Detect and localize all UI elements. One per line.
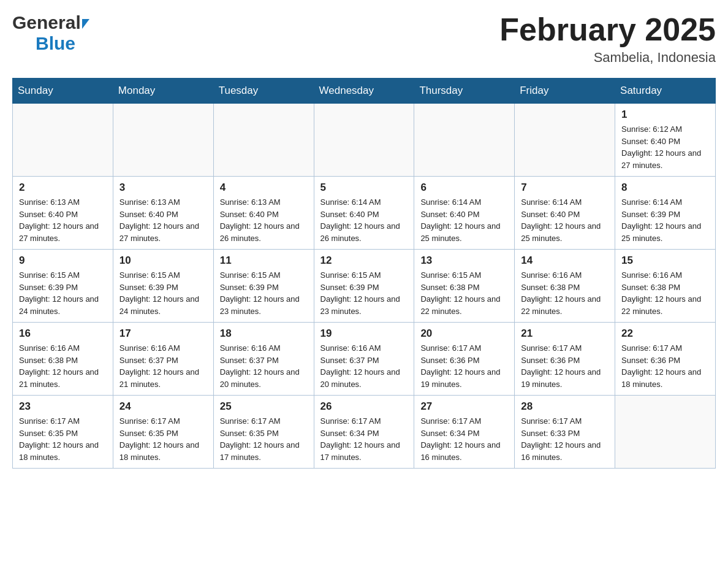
logo-chevron-icon	[82, 19, 89, 29]
week-row: 23Sunrise: 6:17 AM Sunset: 6:35 PM Dayli…	[13, 396, 716, 469]
logo-general-text: General	[12, 12, 81, 33]
table-row: 28Sunrise: 6:17 AM Sunset: 6:33 PM Dayli…	[515, 396, 615, 469]
day-info: Sunrise: 6:16 AM Sunset: 6:37 PM Dayligh…	[119, 342, 207, 390]
day-info: Sunrise: 6:15 AM Sunset: 6:39 PM Dayligh…	[119, 269, 207, 317]
day-number: 7	[521, 182, 609, 194]
table-row: 1Sunrise: 6:12 AM Sunset: 6:40 PM Daylig…	[615, 104, 716, 177]
logo-blue-text: Blue	[36, 33, 75, 53]
table-row: 19Sunrise: 6:16 AM Sunset: 6:37 PM Dayli…	[314, 323, 414, 396]
header-tuesday: Tuesday	[213, 79, 314, 104]
day-number: 28	[521, 400, 609, 413]
day-info: Sunrise: 6:17 AM Sunset: 6:36 PM Dayligh…	[521, 342, 609, 390]
title-area: February 2025 Sambelia, Indonesia	[499, 12, 716, 66]
day-info: Sunrise: 6:14 AM Sunset: 6:40 PM Dayligh…	[420, 196, 508, 244]
table-row: 20Sunrise: 6:17 AM Sunset: 6:36 PM Dayli…	[414, 323, 515, 396]
day-number: 14	[521, 255, 609, 267]
day-info: Sunrise: 6:14 AM Sunset: 6:40 PM Dayligh…	[521, 196, 609, 244]
day-number: 10	[119, 255, 207, 267]
day-number: 6	[420, 182, 508, 194]
table-row: 26Sunrise: 6:17 AM Sunset: 6:34 PM Dayli…	[314, 396, 414, 469]
day-number: 20	[420, 327, 508, 340]
day-info: Sunrise: 6:17 AM Sunset: 6:35 PM Dayligh…	[119, 415, 207, 463]
table-row: 17Sunrise: 6:16 AM Sunset: 6:37 PM Dayli…	[113, 323, 213, 396]
calendar-table: Sunday Monday Tuesday Wednesday Thursday…	[12, 78, 716, 469]
table-row: 11Sunrise: 6:15 AM Sunset: 6:39 PM Dayli…	[213, 250, 314, 323]
day-info: Sunrise: 6:17 AM Sunset: 6:33 PM Dayligh…	[521, 415, 609, 463]
table-row: 13Sunrise: 6:15 AM Sunset: 6:38 PM Dayli…	[414, 250, 515, 323]
week-row: 1Sunrise: 6:12 AM Sunset: 6:40 PM Daylig…	[13, 104, 716, 177]
header-sunday: Sunday	[13, 79, 113, 104]
day-info: Sunrise: 6:16 AM Sunset: 6:37 PM Dayligh…	[320, 342, 408, 390]
day-number: 13	[420, 255, 508, 267]
header-monday: Monday	[113, 79, 213, 104]
table-row: 14Sunrise: 6:16 AM Sunset: 6:38 PM Dayli…	[515, 250, 615, 323]
page-header: General Blue February 2025 Sambelia, Ind…	[12, 12, 716, 66]
calendar-header-row: Sunday Monday Tuesday Wednesday Thursday…	[13, 79, 716, 104]
day-number: 26	[320, 400, 408, 413]
table-row: 16Sunrise: 6:16 AM Sunset: 6:38 PM Dayli…	[13, 323, 113, 396]
table-row: 18Sunrise: 6:16 AM Sunset: 6:37 PM Dayli…	[213, 323, 314, 396]
day-info: Sunrise: 6:17 AM Sunset: 6:34 PM Dayligh…	[420, 415, 508, 463]
day-info: Sunrise: 6:12 AM Sunset: 6:40 PM Dayligh…	[621, 123, 709, 171]
day-number: 3	[119, 182, 207, 194]
logo: General Blue	[12, 12, 89, 54]
day-info: Sunrise: 6:13 AM Sunset: 6:40 PM Dayligh…	[220, 196, 308, 244]
day-number: 12	[320, 255, 408, 267]
day-number: 17	[119, 327, 207, 340]
table-row: 24Sunrise: 6:17 AM Sunset: 6:35 PM Dayli…	[113, 396, 213, 469]
day-info: Sunrise: 6:14 AM Sunset: 6:40 PM Dayligh…	[320, 196, 408, 244]
table-row: 8Sunrise: 6:14 AM Sunset: 6:39 PM Daylig…	[615, 177, 716, 250]
day-info: Sunrise: 6:17 AM Sunset: 6:34 PM Dayligh…	[320, 415, 408, 463]
day-number: 27	[420, 400, 508, 413]
day-number: 9	[19, 255, 107, 267]
table-row	[213, 104, 314, 177]
day-number: 5	[320, 182, 408, 194]
day-number: 16	[19, 327, 107, 340]
table-row: 2Sunrise: 6:13 AM Sunset: 6:40 PM Daylig…	[13, 177, 113, 250]
table-row: 23Sunrise: 6:17 AM Sunset: 6:35 PM Dayli…	[13, 396, 113, 469]
table-row: 22Sunrise: 6:17 AM Sunset: 6:36 PM Dayli…	[615, 323, 716, 396]
day-info: Sunrise: 6:17 AM Sunset: 6:36 PM Dayligh…	[420, 342, 508, 390]
day-info: Sunrise: 6:15 AM Sunset: 6:39 PM Dayligh…	[220, 269, 308, 317]
table-row	[515, 104, 615, 177]
day-number: 8	[621, 182, 709, 194]
table-row: 4Sunrise: 6:13 AM Sunset: 6:40 PM Daylig…	[213, 177, 314, 250]
day-number: 15	[621, 255, 709, 267]
day-info: Sunrise: 6:15 AM Sunset: 6:39 PM Dayligh…	[19, 269, 107, 317]
location: Sambelia, Indonesia	[499, 50, 716, 66]
day-info: Sunrise: 6:14 AM Sunset: 6:39 PM Dayligh…	[621, 196, 709, 244]
table-row: 27Sunrise: 6:17 AM Sunset: 6:34 PM Dayli…	[414, 396, 515, 469]
day-number: 25	[220, 400, 308, 413]
day-number: 19	[320, 327, 408, 340]
table-row	[113, 104, 213, 177]
day-info: Sunrise: 6:16 AM Sunset: 6:38 PM Dayligh…	[621, 269, 709, 317]
table-row: 25Sunrise: 6:17 AM Sunset: 6:35 PM Dayli…	[213, 396, 314, 469]
table-row: 9Sunrise: 6:15 AM Sunset: 6:39 PM Daylig…	[13, 250, 113, 323]
week-row: 9Sunrise: 6:15 AM Sunset: 6:39 PM Daylig…	[13, 250, 716, 323]
table-row: 3Sunrise: 6:13 AM Sunset: 6:40 PM Daylig…	[113, 177, 213, 250]
header-wednesday: Wednesday	[314, 79, 414, 104]
header-saturday: Saturday	[615, 79, 716, 104]
month-title: February 2025	[499, 12, 716, 47]
day-number: 2	[19, 182, 107, 194]
table-row	[414, 104, 515, 177]
day-info: Sunrise: 6:15 AM Sunset: 6:39 PM Dayligh…	[320, 269, 408, 317]
day-info: Sunrise: 6:17 AM Sunset: 6:35 PM Dayligh…	[19, 415, 107, 463]
day-info: Sunrise: 6:13 AM Sunset: 6:40 PM Dayligh…	[119, 196, 207, 244]
day-number: 22	[621, 327, 709, 340]
day-info: Sunrise: 6:17 AM Sunset: 6:35 PM Dayligh…	[220, 415, 308, 463]
day-number: 1	[621, 109, 709, 121]
day-number: 24	[119, 400, 207, 413]
day-number: 4	[220, 182, 308, 194]
table-row: 6Sunrise: 6:14 AM Sunset: 6:40 PM Daylig…	[414, 177, 515, 250]
table-row	[13, 104, 113, 177]
table-row	[615, 396, 716, 469]
header-friday: Friday	[515, 79, 615, 104]
day-info: Sunrise: 6:13 AM Sunset: 6:40 PM Dayligh…	[19, 196, 107, 244]
week-row: 2Sunrise: 6:13 AM Sunset: 6:40 PM Daylig…	[13, 177, 716, 250]
week-row: 16Sunrise: 6:16 AM Sunset: 6:38 PM Dayli…	[13, 323, 716, 396]
table-row: 12Sunrise: 6:15 AM Sunset: 6:39 PM Dayli…	[314, 250, 414, 323]
table-row	[314, 104, 414, 177]
day-info: Sunrise: 6:16 AM Sunset: 6:38 PM Dayligh…	[19, 342, 107, 390]
table-row: 15Sunrise: 6:16 AM Sunset: 6:38 PM Dayli…	[615, 250, 716, 323]
